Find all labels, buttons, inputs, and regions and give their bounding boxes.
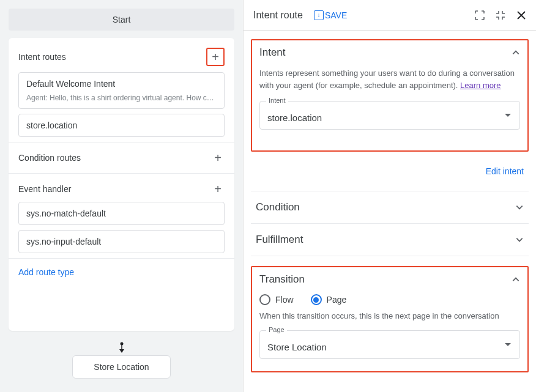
radio-selected-icon [311, 294, 322, 305]
intent-dropdown[interactable]: Intent store.location [259, 101, 520, 130]
caret-down-icon [505, 114, 511, 117]
intent-field-label: Intent [266, 97, 288, 104]
add-intent-route-button[interactable]: + [206, 48, 225, 66]
page-node-store-location[interactable]: Store Location [72, 355, 170, 379]
plus-icon: + [212, 50, 219, 64]
intent-route-item[interactable]: store.location [18, 114, 225, 137]
intent-routes-title: Intent routes [18, 52, 66, 62]
add-event-handler-button[interactable]: + [211, 182, 225, 196]
caret-down-icon [505, 343, 511, 347]
save-button[interactable]: ↓ SAVE [314, 10, 347, 20]
radio-unselected-icon [259, 294, 270, 305]
plus-icon: + [214, 151, 221, 165]
intent-section-header[interactable]: Intent [259, 46, 520, 59]
condition-section-title: Condition [256, 201, 300, 213]
add-route-type-button[interactable]: Add route type [18, 261, 225, 277]
save-icon: ↓ [314, 10, 324, 20]
collapse-button[interactable] [496, 10, 505, 20]
close-button[interactable] [516, 10, 526, 20]
fullscreen-button[interactable] [475, 10, 485, 20]
intent-section: Intent Intents represent something your … [251, 39, 529, 152]
panel-title: Intent route [253, 10, 303, 21]
chevron-down-icon [515, 235, 524, 244]
intent-route-detail-panel: Intent route ↓ SAVE [244, 0, 536, 392]
learn-more-link[interactable]: Learn more [460, 81, 501, 90]
condition-routes-title: Condition routes [18, 153, 81, 163]
close-icon [516, 10, 526, 20]
intent-route-subtext: Agent: Hello, this is a shirt ordering v… [26, 94, 217, 102]
radio-label: Flow [275, 295, 294, 305]
radio-label: Page [327, 295, 347, 305]
fullscreen-icon [475, 10, 485, 20]
intent-route-label: Default Welcome Intent [26, 79, 217, 89]
transition-section-header[interactable]: Transition [259, 273, 520, 286]
intent-route-label: store.location [26, 120, 217, 130]
collapse-icon [496, 10, 505, 20]
transition-section: Transition Flow Page When this transitio… [251, 266, 529, 372]
event-handler-item[interactable]: sys.no-match-default [18, 202, 225, 225]
page-field-label: Page [266, 326, 287, 333]
chevron-up-icon [512, 48, 520, 57]
intent-value: store.location [267, 113, 322, 123]
event-handler-item[interactable]: sys.no-input-default [18, 230, 225, 253]
edit-intent-link[interactable]: Edit intent [486, 166, 524, 176]
condition-section-header[interactable]: Condition [251, 191, 529, 224]
transition-page-radio[interactable]: Page [311, 294, 347, 305]
plus-icon: + [214, 182, 221, 196]
save-label: SAVE [325, 10, 347, 20]
event-handler-title: Event handler [18, 184, 71, 194]
transition-description: When this transition occurs, this is the… [259, 311, 520, 320]
chevron-up-icon [512, 275, 520, 284]
transition-section-title: Transition [259, 273, 305, 286]
intent-route-item[interactable]: Default Welcome Intent Agent: Hello, thi… [18, 72, 225, 109]
page-dropdown[interactable]: Page Store Location [259, 330, 520, 359]
svg-marker-2 [119, 349, 124, 353]
intent-description: Intents represent something your users w… [259, 67, 520, 91]
chevron-down-icon [515, 203, 524, 212]
page-value: Store Location [267, 342, 327, 352]
arrow-down-icon [118, 342, 125, 353]
add-condition-route-button[interactable]: + [211, 151, 225, 165]
start-header: Start [9, 9, 234, 31]
fulfillment-section-title: Fulfillment [256, 234, 303, 246]
fulfillment-section-header[interactable]: Fulfillment [251, 224, 529, 256]
transition-flow-radio[interactable]: Flow [259, 294, 294, 305]
start-config-panel: Start Intent routes + Default Welcome In… [0, 0, 244, 392]
intent-section-title: Intent [259, 46, 286, 59]
